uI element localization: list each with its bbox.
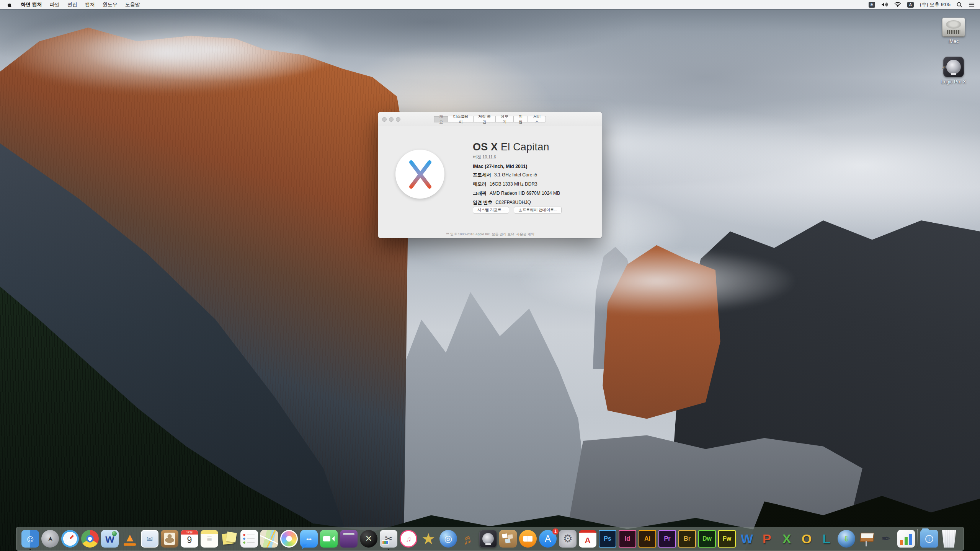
- apple-menu-icon[interactable]: [7, 2, 12, 8]
- dock-item-lync[interactable]: L: [818, 530, 835, 548]
- menubar-menu[interactable]: 도움말: [125, 1, 140, 8]
- safari-icon: [61, 530, 79, 548]
- dock-item-bridge[interactable]: Br: [678, 530, 696, 548]
- dock-item-photos[interactable]: [280, 530, 298, 548]
- dock-item-illustrator[interactable]: Ai: [639, 530, 656, 548]
- menubar-menu[interactable]: 편집: [67, 1, 77, 8]
- dock-item-iweb[interactable]: [499, 530, 517, 548]
- dock-item-pages[interactable]: ✒: [877, 530, 895, 548]
- dock-item-contacts[interactable]: [161, 530, 178, 548]
- dock-item-stickies[interactable]: [220, 530, 238, 548]
- tab-label: 서비스: [531, 114, 542, 125]
- dock-item-powerpoint[interactable]: P: [758, 530, 776, 548]
- wallpaper-sky: [0, 0, 980, 551]
- dock-item-facetime[interactable]: [320, 530, 338, 548]
- dock-item-messages[interactable]: •••: [300, 530, 318, 548]
- dock-item-calendar[interactable]: 12월9: [181, 530, 198, 548]
- dock-item-app-store[interactable]: A1: [539, 530, 557, 548]
- zoom-button[interactable]: [396, 117, 400, 122]
- dock-item-numbers[interactable]: [897, 530, 915, 548]
- spec-label: 일련 번호: [473, 199, 492, 206]
- wallpaper-lit-cliff: [0, 0, 980, 551]
- dock-item-imovie[interactable]: ★: [420, 530, 437, 548]
- menubar-menu[interactable]: 파일: [50, 1, 60, 8]
- wallpaper-valley-mist: [519, 248, 794, 314]
- dock-item-system-preferences[interactable]: ⚙: [559, 530, 577, 548]
- menu-bar-clock[interactable]: (수) 오후 9:05: [920, 1, 951, 8]
- dock-item-screen-capture[interactable]: ✂: [380, 530, 397, 548]
- premiere-icon: Pr: [658, 530, 676, 548]
- mail-icon: ✉: [141, 530, 158, 548]
- dock-item-webhard[interactable]: w: [101, 530, 119, 548]
- dock-item-dreamweaver[interactable]: Dw: [698, 530, 716, 548]
- spec-value: 3.1 GHz Intel Core i5: [494, 172, 537, 178]
- menubar-menu[interactable]: 윈도우: [103, 1, 118, 8]
- dock-item-premiere[interactable]: Pr: [658, 530, 676, 548]
- software-update-button[interactable]: 소프트웨어 업데이트...: [514, 207, 562, 214]
- dock-item-indesign[interactable]: Id: [619, 530, 636, 548]
- screen-capture-icon: ✂: [380, 530, 397, 548]
- input-source-indicator[interactable]: A: [907, 2, 914, 8]
- wifi-icon[interactable]: [894, 2, 901, 7]
- volume-icon[interactable]: [881, 2, 888, 7]
- wallpaper-bottom-trees: [0, 0, 980, 551]
- pages-icon: ✒: [877, 530, 895, 548]
- dock-item-fireworks[interactable]: Fw: [718, 530, 736, 548]
- dock-item-trash[interactable]: [940, 530, 958, 548]
- dock-item-internet-downloader[interactable]: ⇩: [838, 530, 855, 548]
- about-buttons: 시스템 리포트... 소프트웨어 업데이트...: [473, 207, 562, 214]
- desktop-icon-imac-drive[interactable]: iMac: [936, 18, 971, 44]
- about-tab[interactable]: 디스플레이: [448, 116, 473, 122]
- dock-item-launchpad[interactable]: ➤: [41, 530, 59, 548]
- dock-item-keynote[interactable]: [858, 530, 875, 548]
- about-tab[interactable]: 지원: [514, 116, 528, 122]
- dock-item-safari[interactable]: [61, 530, 79, 548]
- dock-item-toast[interactable]: [340, 530, 358, 548]
- menubar-menus: 파일편집캡처윈도우도움말: [50, 1, 140, 8]
- about-tab[interactable]: 메모리: [496, 116, 514, 122]
- dock-item-ibooks[interactable]: [519, 530, 537, 548]
- dock-item-downloads[interactable]: ↓: [920, 530, 938, 548]
- notes-icon: ≣: [201, 530, 218, 548]
- window-titlebar[interactable]: 개요디스플레이저장 공간메모리지원서비스: [378, 112, 602, 126]
- dock-item-chrome[interactable]: [81, 530, 99, 548]
- finder-icon: ☺: [21, 530, 39, 548]
- screen-capture-running-indicator: [388, 549, 389, 550]
- dock-item-acrobat-reader[interactable]: A: [579, 530, 596, 548]
- dock-item-maps[interactable]: [260, 530, 278, 548]
- garageband-icon: ♬: [459, 530, 477, 548]
- about-tab[interactable]: 서비스: [528, 116, 546, 122]
- menubar-app-name[interactable]: 화면 캡처: [21, 1, 42, 8]
- spec-label: 메모리: [473, 181, 487, 187]
- lync-icon: L: [818, 530, 835, 548]
- dock-item-garageband[interactable]: ♬: [459, 530, 477, 548]
- minimize-button[interactable]: [389, 117, 394, 122]
- spotlight-search-icon[interactable]: [957, 2, 962, 8]
- notification-center-icon[interactable]: [969, 2, 975, 7]
- internet-downloader-icon: ⇩: [838, 530, 855, 548]
- dock-item-idvd[interactable]: ◎: [439, 530, 457, 548]
- fan-control-icon[interactable]: ✻: [869, 2, 875, 8]
- dock-item-itunes[interactable]: ♫: [400, 530, 417, 548]
- menubar-menu[interactable]: 캡처: [85, 1, 95, 8]
- stickies-icon: [220, 530, 238, 548]
- dock-item-x-app[interactable]: ✕: [360, 530, 377, 548]
- desktop-icon-logic-pro-x[interactable]: ➚ Logic Pro X: [936, 57, 971, 85]
- dock-item-photoshop[interactable]: Ps: [599, 530, 616, 548]
- system-report-button[interactable]: 시스템 리포트...: [473, 207, 509, 214]
- dock-item-word[interactable]: W: [738, 530, 756, 548]
- close-button[interactable]: [382, 117, 387, 122]
- dock-item-outlook[interactable]: O: [798, 530, 815, 548]
- dock-item-excel[interactable]: X: [778, 530, 795, 548]
- dock-item-notes[interactable]: ≣: [201, 530, 218, 548]
- dock-item-reminders[interactable]: [240, 530, 258, 548]
- dock-item-finder[interactable]: ☺: [21, 530, 39, 548]
- about-tab[interactable]: 저장 공간: [474, 116, 496, 122]
- license-agreement-link[interactable]: 사용권 계약: [516, 232, 534, 236]
- tab-label: 지원: [517, 114, 524, 125]
- dock-item-mail[interactable]: ✉: [141, 530, 158, 548]
- spec-row: 메모리 16GB 1333 MHz DDR3: [473, 181, 560, 187]
- dock-item-vlc[interactable]: ▲: [121, 530, 139, 548]
- dock-item-logic-pro-x[interactable]: [479, 530, 497, 548]
- about-tab[interactable]: 개요: [434, 116, 448, 122]
